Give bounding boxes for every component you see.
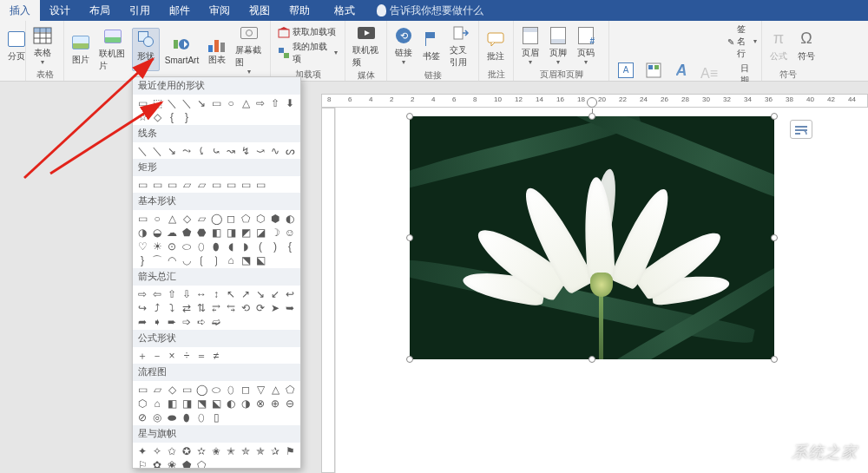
shape-option[interactable]: ▭	[136, 179, 148, 190]
shape-option[interactable]: ✭	[225, 445, 237, 457]
chart-button[interactable]: 图表	[204, 32, 230, 67]
shape-option[interactable]: ≠	[210, 350, 222, 361]
shape-option[interactable]: ▽	[254, 384, 266, 395]
footer-button[interactable]: 页脚▾	[545, 25, 571, 67]
shape-option[interactable]: ⤴	[151, 302, 163, 313]
shape-option[interactable]: ⬣	[195, 227, 207, 238]
shape-option[interactable]: ⤿	[210, 145, 222, 156]
shape-option[interactable]: ◧	[210, 227, 222, 238]
shape-option[interactable]: ▯	[210, 411, 222, 423]
shape-option[interactable]: ◠	[166, 254, 178, 266]
tab-mail[interactable]: 邮件	[160, 0, 200, 21]
shape-option[interactable]: ✮	[240, 445, 252, 457]
shape-option[interactable]: ⥂	[210, 302, 222, 313]
shape-option[interactable]: ➪	[195, 316, 207, 327]
layout-options-button[interactable]	[790, 120, 812, 139]
shape-option[interactable]: ×	[166, 350, 178, 361]
resize-handle-ne[interactable]	[771, 113, 778, 120]
shape-option[interactable]: ◑	[240, 397, 252, 409]
shape-option[interactable]: ↗	[240, 288, 252, 299]
resize-handle-s[interactable]	[589, 356, 595, 363]
shape-option[interactable]: ☺	[284, 227, 296, 238]
my-addins-button[interactable]: 我的加载项▾	[274, 40, 341, 66]
screenshot-button[interactable]: 屏幕截图▾	[232, 23, 266, 76]
get-addins-button[interactable]: 获取加载项	[274, 25, 341, 39]
shape-option[interactable]: ▭	[166, 179, 178, 190]
shape-option[interactable]: ◗	[240, 240, 252, 252]
shape-option[interactable]: ▱	[181, 179, 193, 190]
header-button[interactable]: 页眉▾	[517, 25, 543, 67]
tab-view[interactable]: 视图	[240, 0, 279, 21]
page-number-button[interactable]: 页码▾	[573, 25, 599, 67]
shape-option[interactable]: ⬔	[195, 397, 207, 409]
shape-option[interactable]: ♡	[136, 240, 148, 252]
shape-option[interactable]: ❀	[166, 459, 178, 469]
shape-option[interactable]: ᔕ	[284, 145, 296, 156]
shape-option[interactable]: ⌂	[225, 254, 237, 266]
shape-option[interactable]: ◇	[181, 213, 193, 224]
shape-option[interactable]: }	[181, 111, 193, 122]
tables-button[interactable]: 表格 ▾	[30, 25, 56, 67]
link-button[interactable]: ⟲链接▾	[391, 25, 417, 67]
shape-option[interactable]: ○	[225, 97, 237, 108]
shape-option[interactable]: ⇅	[195, 302, 207, 313]
shape-option[interactable]: ↪	[136, 302, 148, 313]
shape-option[interactable]: ⌂	[151, 397, 163, 409]
shape-option[interactable]: ▭	[225, 179, 237, 190]
bookmark-button[interactable]: 书签	[418, 29, 444, 63]
shape-option[interactable]: ▱	[195, 179, 207, 190]
shape-option[interactable]: ＝	[195, 350, 207, 361]
shape-option[interactable]: ▭	[240, 179, 252, 190]
shape-option[interactable]: ⬇	[284, 97, 296, 108]
shape-option[interactable]: ⬠	[284, 384, 296, 395]
shape-option[interactable]: ▭	[181, 384, 193, 395]
shape-option[interactable]: －	[151, 350, 163, 361]
shape-option[interactable]: ⚑	[284, 445, 296, 457]
shape-option[interactable]: ⬚	[151, 97, 163, 108]
shape-option[interactable]: ⤻	[254, 145, 266, 156]
shapes-button[interactable]: 形状▾	[132, 28, 160, 71]
shape-option[interactable]: ⬟	[181, 459, 193, 469]
shape-option[interactable]: ↕	[210, 288, 222, 299]
shape-option[interactable]: )	[269, 240, 281, 252]
shape-option[interactable]: ▭	[254, 179, 266, 190]
shape-option[interactable]: ➧	[151, 316, 163, 327]
shape-option[interactable]: ∿	[269, 145, 281, 156]
resize-handle-nw[interactable]	[406, 113, 413, 120]
shape-option[interactable]: ◑	[136, 227, 148, 238]
shape-option[interactable]: }	[136, 254, 148, 266]
shape-option[interactable]: ⤵	[166, 302, 178, 313]
tab-help[interactable]: 帮助	[279, 0, 319, 21]
shape-option[interactable]: ⟲	[240, 302, 252, 313]
shape-option[interactable]: ⇨	[136, 288, 148, 299]
shape-option[interactable]: ◻	[225, 213, 237, 224]
shape-option[interactable]: ✫	[195, 445, 207, 457]
shape-option[interactable]: ◩	[240, 227, 252, 238]
shape-option[interactable]: ↯	[240, 145, 252, 156]
shape-option[interactable]: ✿	[151, 459, 163, 469]
shape-option[interactable]: ⤳	[181, 145, 193, 156]
shape-option[interactable]: ⬡	[136, 397, 148, 409]
shape-option[interactable]: ◒	[151, 227, 163, 238]
shape-option[interactable]: ⬠	[195, 459, 207, 469]
resize-handle-w[interactable]	[406, 234, 413, 241]
shape-option[interactable]: ↘	[254, 288, 266, 299]
tab-review[interactable]: 审阅	[200, 0, 240, 21]
shape-option[interactable]: (	[254, 240, 266, 252]
shape-option[interactable]: ▭	[210, 97, 222, 108]
shape-option[interactable]: ⬕	[210, 397, 222, 409]
shape-option[interactable]: ☆	[136, 111, 148, 122]
shape-option[interactable]: ✯	[254, 445, 266, 457]
shape-option[interactable]: ▭	[210, 179, 222, 190]
shape-option[interactable]: ➩	[181, 316, 193, 327]
resize-handle-sw[interactable]	[406, 356, 413, 363]
rotate-handle[interactable]	[587, 97, 597, 108]
shape-option[interactable]: ✬	[210, 445, 222, 457]
shape-option[interactable]: ◇	[166, 384, 178, 395]
shape-option[interactable]: ◎	[151, 411, 163, 423]
shape-option[interactable]: ⊗	[254, 397, 266, 409]
shape-option[interactable]: ⬮	[210, 240, 222, 252]
signature-line-button[interactable]: ✎签名行▾	[724, 23, 760, 61]
shape-option[interactable]: ⊘	[136, 411, 148, 423]
shape-option[interactable]: ＼	[181, 97, 193, 108]
